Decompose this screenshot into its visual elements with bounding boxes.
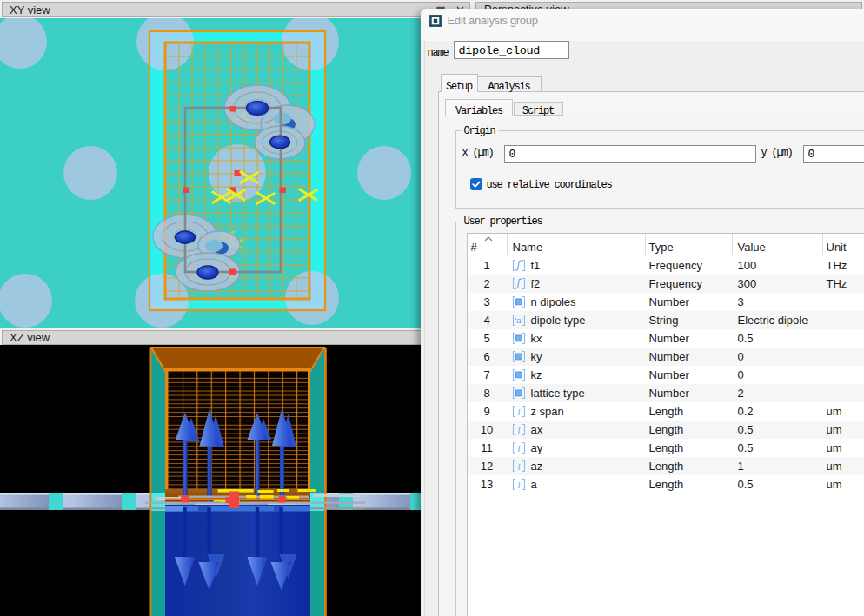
svg-text:'a': 'a' — [515, 315, 522, 325]
svg-text:l: l — [517, 462, 520, 472]
svg-text:l: l — [517, 426, 520, 435]
svg-text:l: l — [517, 444, 520, 454]
svg-text:l: l — [517, 407, 520, 417]
svg-text:l: l — [517, 480, 520, 490]
